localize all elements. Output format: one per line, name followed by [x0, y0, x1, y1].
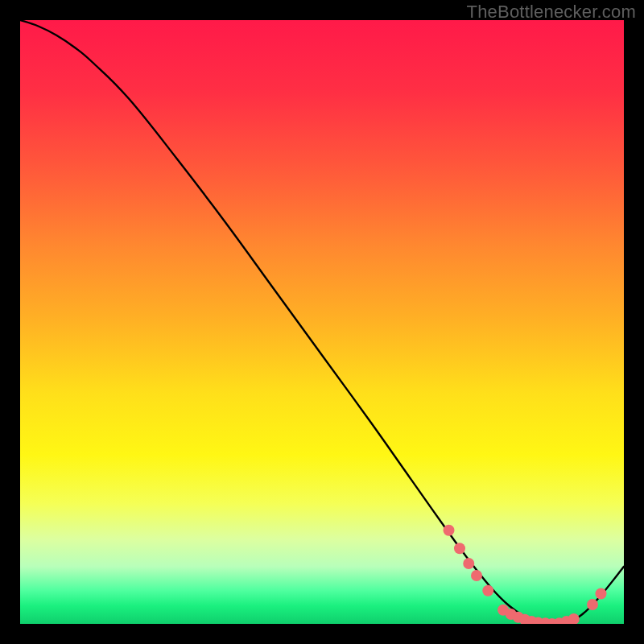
chart-container: TheBottlenecker.com	[0, 0, 644, 644]
highlight-dot	[463, 558, 474, 569]
watermark-text: TheBottlenecker.com	[467, 2, 636, 23]
highlight-dot	[568, 613, 580, 625]
highlight-dot	[482, 585, 493, 597]
highlight-dot	[596, 588, 607, 600]
gradient-background	[20, 20, 624, 624]
highlight-dot	[587, 599, 598, 610]
highlight-dot	[471, 570, 482, 581]
highlight-dot	[454, 543, 465, 554]
highlight-dot	[444, 525, 455, 536]
chart-svg	[0, 0, 644, 644]
